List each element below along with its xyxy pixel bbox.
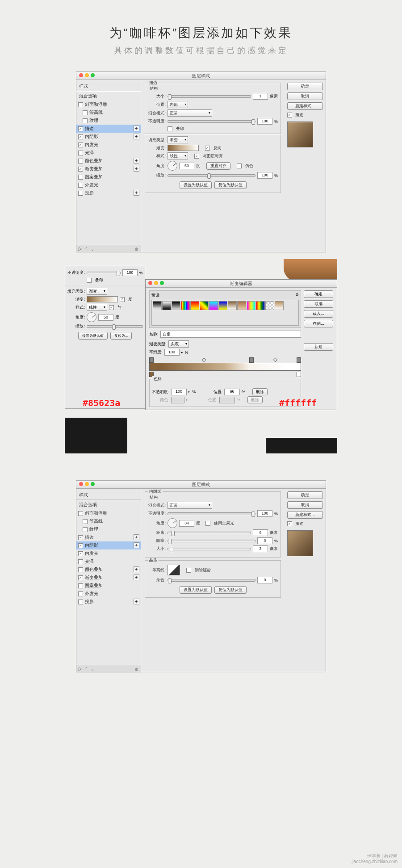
preview-checkbox[interactable] [287, 521, 292, 526]
style-checkbox[interactable] [83, 110, 88, 115]
preset-swatch[interactable] [228, 301, 237, 310]
fill-type-select[interactable]: 渐变 [168, 136, 188, 143]
style-checkbox[interactable] [78, 551, 83, 556]
overprint-checkbox[interactable] [168, 126, 172, 131]
style-item[interactable]: 渐变叠加+ [76, 165, 141, 173]
maximize-icon[interactable] [160, 281, 164, 285]
add-effect-icon[interactable]: + [134, 542, 139, 548]
smoothness-input[interactable]: 100 [164, 349, 180, 356]
preset-swatch[interactable] [265, 301, 274, 310]
size-input[interactable]: 3 [253, 545, 268, 552]
preset-swatch[interactable] [181, 301, 190, 310]
style-checkbox[interactable] [78, 167, 83, 172]
style-checkbox[interactable] [78, 591, 83, 596]
noise-input[interactable]: 0 [257, 577, 272, 583]
style-checkbox[interactable] [78, 583, 83, 588]
preset-swatch[interactable] [209, 301, 218, 310]
reverse-checkbox[interactable] [205, 146, 210, 151]
style-item[interactable]: 描边+ [76, 533, 141, 541]
style-item[interactable]: 斜面和浮雕 [76, 509, 141, 517]
save-button[interactable]: 存储... [304, 320, 333, 327]
style-item[interactable]: 纹理 [76, 525, 141, 533]
style-checkbox[interactable] [78, 543, 83, 548]
style-checkbox[interactable] [78, 575, 83, 580]
add-effect-icon[interactable]: + [134, 534, 139, 540]
window-controls[interactable] [79, 73, 95, 77]
choke-slider[interactable] [168, 540, 255, 542]
style-item[interactable]: 投影+ [76, 189, 141, 197]
new-style-button[interactable]: 新建样式... [287, 102, 323, 110]
style-item[interactable]: 描边+ [76, 125, 141, 133]
minimize-icon[interactable] [154, 281, 158, 285]
opacity-input[interactable]: 100 [257, 510, 272, 517]
size-slider[interactable] [168, 95, 251, 98]
style-item[interactable]: 颜色叠加+ [76, 157, 141, 165]
midpoint-diamond[interactable] [273, 358, 277, 362]
style-checkbox[interactable] [78, 567, 83, 572]
reset-align-button[interactable]: 重置对齐 [206, 162, 230, 170]
set-default-button[interactable]: 设置为默认值 [180, 586, 212, 594]
style-checkbox[interactable] [78, 600, 83, 604]
style-item[interactable]: 颜色叠加+ [76, 566, 141, 574]
blend-options-header[interactable]: 混合选项 [76, 92, 141, 101]
delete-button[interactable]: 删除 [252, 388, 268, 395]
distance-input[interactable]: 6 [253, 529, 268, 536]
style-item[interactable]: 光泽 [76, 149, 141, 157]
ok-button[interactable]: 确定 [304, 290, 333, 298]
color-stop[interactable] [297, 372, 301, 377]
style-checkbox[interactable] [78, 102, 83, 107]
style-checkbox[interactable] [78, 143, 83, 147]
preset-swatches[interactable] [151, 300, 299, 326]
style-checkbox[interactable] [78, 151, 83, 155]
add-effect-icon[interactable]: + [134, 166, 139, 172]
add-effect-icon[interactable]: + [134, 126, 139, 131]
style-item[interactable]: 斜面和浮雕 [76, 101, 141, 109]
trash-icon[interactable]: 🗑 [134, 247, 139, 252]
fx-icon[interactable]: fx [78, 247, 82, 252]
cancel-button[interactable]: 取消 [287, 92, 323, 100]
style-checkbox[interactable] [83, 519, 88, 524]
size-input[interactable]: 1 [253, 93, 268, 100]
arrow-up-icon[interactable]: ⌃ [84, 667, 88, 671]
opacity-slider[interactable] [168, 120, 255, 123]
style-item[interactable]: 外发光 [76, 181, 141, 189]
style-checkbox[interactable] [78, 175, 83, 180]
gradient-bar[interactable] [149, 363, 301, 371]
style-item[interactable]: 纹理 [76, 117, 141, 125]
style-item[interactable]: 内阴影+ [76, 133, 141, 141]
add-effect-icon[interactable]: + [134, 158, 139, 164]
add-effect-icon[interactable]: + [134, 566, 139, 572]
preset-swatch[interactable] [172, 301, 180, 310]
maximize-icon[interactable] [91, 73, 95, 77]
add-effect-icon[interactable]: + [134, 599, 139, 604]
arrow-down-icon[interactable]: ⌄ [91, 247, 94, 252]
dither-checkbox[interactable] [237, 164, 242, 168]
style-item[interactable]: 内阴影+ [76, 541, 141, 549]
cancel-button[interactable]: 取消 [304, 300, 333, 308]
ok-button[interactable]: 确定 [287, 491, 323, 499]
cs-opacity-input[interactable]: 100 [171, 389, 187, 395]
reset-default-button[interactable]: 复位为默认值 [214, 181, 247, 189]
preset-swatch[interactable] [162, 301, 171, 310]
preset-swatch[interactable] [153, 301, 162, 310]
angle-dial[interactable] [168, 161, 177, 171]
opacity-input[interactable]: 100 [257, 118, 272, 125]
global-light-checkbox[interactable] [205, 521, 210, 526]
size-slider[interactable] [168, 548, 251, 550]
dialog-titlebar[interactable]: 图层样式 [76, 481, 326, 489]
trash-icon[interactable]: 🗑 [134, 667, 139, 671]
bg-fill-select[interactable]: 渐变 [87, 288, 107, 295]
dialog-titlebar[interactable]: 图层样式 [76, 72, 326, 80]
set-default-button[interactable]: 设置为默认值 [180, 181, 212, 189]
add-effect-icon[interactable]: + [134, 134, 139, 139]
add-effect-icon[interactable]: + [134, 574, 139, 580]
gradient-picker[interactable] [168, 145, 199, 151]
fx-icon[interactable]: fx [78, 667, 82, 671]
angle-input[interactable]: 34 [179, 520, 194, 527]
opacity-stop[interactable] [149, 357, 154, 363]
preset-swatch[interactable] [256, 301, 265, 310]
blend-options-header[interactable]: 混合选项 [76, 500, 141, 509]
minimize-icon[interactable] [85, 482, 89, 486]
blend-mode-select[interactable]: 正常 [168, 109, 212, 117]
style-item[interactable]: 图案叠加 [76, 173, 141, 181]
